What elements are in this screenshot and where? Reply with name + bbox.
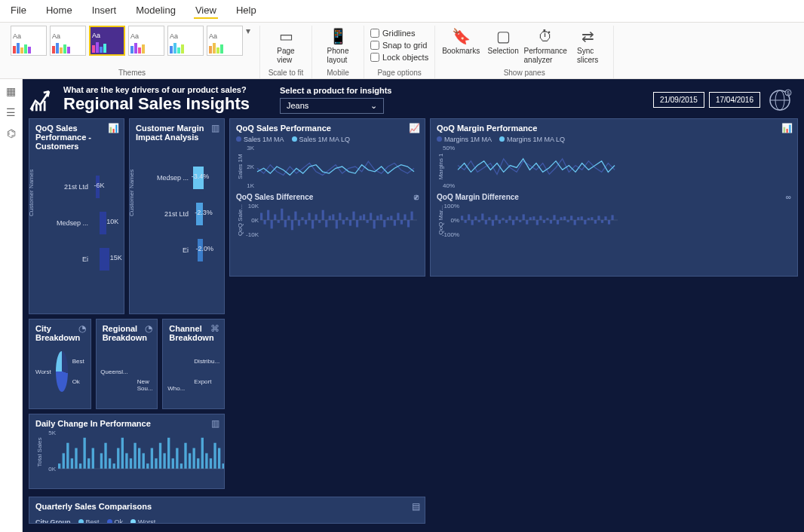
svg-rect-25 xyxy=(287,216,290,220)
selection-button[interactable]: ▢Selection xyxy=(483,26,523,56)
slicer-label: Select a product for insights xyxy=(280,86,392,95)
svg-rect-76 xyxy=(481,213,483,220)
ribbon-group-label: Themes xyxy=(118,67,146,78)
svg-rect-50 xyxy=(373,220,376,228)
svg-rect-91 xyxy=(532,216,535,220)
theme-swatch[interactable]: Aa xyxy=(50,26,86,56)
svg-rect-40 xyxy=(339,213,341,221)
svg-rect-32 xyxy=(311,220,314,228)
gridlines-checkbox[interactable]: Gridlines xyxy=(370,29,428,38)
svg-rect-61 xyxy=(410,212,413,220)
svg-rect-114 xyxy=(611,215,613,220)
tile-qoq-sales[interactable]: QoQ Sales Performance 📈 Sales 1M MASales… xyxy=(229,118,425,277)
sync-slicers-button[interactable]: ⇄Sync slicers xyxy=(568,26,607,65)
svg-rect-107 xyxy=(588,218,590,220)
sync-icon: ⇄ xyxy=(577,26,598,47)
svg-rect-55 xyxy=(390,216,392,220)
svg-rect-36 xyxy=(325,220,327,228)
scatter-icon: ▤ xyxy=(412,501,420,512)
svg-rect-111 xyxy=(601,220,603,223)
svg-rect-97 xyxy=(553,215,555,220)
svg-rect-43 xyxy=(349,220,351,226)
svg-rect-147 xyxy=(176,448,178,469)
report-view-icon[interactable]: ▦ xyxy=(4,84,19,99)
theme-more-dropdown[interactable]: ▾ xyxy=(246,26,253,36)
svg-rect-155 xyxy=(210,458,212,469)
svg-text:$: $ xyxy=(787,90,790,96)
svg-rect-57 xyxy=(397,213,399,221)
theme-swatch[interactable]: Aa xyxy=(128,26,164,56)
svg-rect-80 xyxy=(495,215,497,220)
svg-rect-101 xyxy=(567,220,569,222)
model-view-icon[interactable]: ⌬ xyxy=(4,126,19,141)
svg-rect-89 xyxy=(526,220,528,225)
svg-rect-143 xyxy=(159,443,161,469)
svg-text:1K: 1K xyxy=(247,182,254,188)
svg-rect-30 xyxy=(305,220,307,225)
perf-analyzer-button[interactable]: ⏱Performance analyzer xyxy=(526,26,565,65)
svg-rect-103 xyxy=(574,220,576,225)
line-chart-icon: 📈 xyxy=(409,123,420,133)
tile-title: QoQ Sales Performance xyxy=(236,124,419,133)
svg-text:2K: 2K xyxy=(247,164,254,170)
svg-rect-19 xyxy=(267,210,269,220)
theme-swatch-selected[interactable]: Aa xyxy=(89,26,125,56)
svg-text:QoQ Mar...: QoQ Mar... xyxy=(437,205,444,234)
theme-swatch[interactable]: Aa xyxy=(167,26,204,56)
menu-modeling[interactable]: Modeling xyxy=(134,3,177,19)
menu-home[interactable]: Home xyxy=(44,3,74,19)
menu-insert[interactable]: Insert xyxy=(91,3,118,19)
svg-rect-71 xyxy=(465,220,467,223)
svg-rect-109 xyxy=(594,220,597,224)
phone-layout-button[interactable]: 📱Phone layout xyxy=(318,26,358,65)
lock-checkbox[interactable]: Lock objects xyxy=(370,53,428,62)
svg-text:10K: 10K xyxy=(248,203,259,209)
tile-quarterly[interactable]: Quarterly Sales Comparisons ▤ City Group… xyxy=(29,497,425,524)
svg-rect-158 xyxy=(222,463,225,469)
tile-customers-sales[interactable]: QoQ Sales Performance - Customers 📊 Cust… xyxy=(29,118,124,314)
page-view-button[interactable]: ▭Page view xyxy=(266,26,305,65)
ribbon-group-label: Page options xyxy=(377,67,421,78)
tile-channel-breakdown[interactable]: Channel Breakdown ⌘ Who... Distribu...Ex… xyxy=(162,319,225,409)
svg-rect-92 xyxy=(536,220,539,225)
svg-rect-82 xyxy=(502,218,504,220)
data-view-icon[interactable]: ☰ xyxy=(4,105,19,120)
svg-rect-148 xyxy=(180,463,183,469)
svg-rect-3 xyxy=(44,101,46,112)
svg-text:Margins 1: Margins 1 xyxy=(437,153,444,180)
tile-daily-change[interactable]: Daily Change In Performance ▥ Total Sale… xyxy=(29,414,225,489)
svg-rect-102 xyxy=(570,216,572,220)
svg-rect-38 xyxy=(332,214,334,220)
product-slicer[interactable]: Jeans⌄ xyxy=(280,98,384,114)
theme-swatch[interactable]: Aa xyxy=(11,26,47,56)
menu-file[interactable]: File xyxy=(9,3,28,19)
svg-rect-99 xyxy=(560,217,562,220)
date-from[interactable]: 21/09/2015 xyxy=(653,92,704,108)
svg-text:Total Sales: Total Sales xyxy=(36,437,43,466)
svg-rect-133 xyxy=(117,448,119,469)
menubar: File Home Insert Modeling View Help xyxy=(0,0,804,22)
tile-city-breakdown[interactable]: City Breakdown ◔ Worst BestOk xyxy=(29,319,91,409)
ribbon-group-label: Show panes xyxy=(504,67,545,78)
tile-qoq-margin[interactable]: QoQ Margin Performance 📊 Margins 1M MAMa… xyxy=(430,118,798,277)
tile-title: QoQ Sales Performance - Customers xyxy=(35,124,118,151)
svg-rect-127 xyxy=(92,448,94,469)
svg-text:0K: 0K xyxy=(251,217,259,224)
menu-help[interactable]: Help xyxy=(235,3,258,19)
svg-rect-108 xyxy=(591,217,593,220)
bookmarks-button[interactable]: 🔖Bookmarks xyxy=(441,26,480,56)
svg-rect-154 xyxy=(205,453,207,469)
snap-checkbox[interactable]: Snap to grid xyxy=(370,41,428,50)
tile-regional-breakdown[interactable]: Regional Breakdown ◔ Queensl... New Sou.… xyxy=(96,319,158,409)
svg-rect-84 xyxy=(508,216,511,220)
svg-text:0%: 0% xyxy=(450,217,459,224)
tile-customers-margin[interactable]: Customer Margin Impact Analysis ▥ Custom… xyxy=(129,118,225,314)
bookmark-icon: 🔖 xyxy=(450,26,471,47)
globe-icon: $ xyxy=(766,87,793,114)
svg-rect-122 xyxy=(71,458,73,469)
svg-rect-152 xyxy=(197,458,199,469)
date-to[interactable]: 17/04/2016 xyxy=(709,92,760,108)
theme-swatch[interactable]: Aa xyxy=(207,26,243,56)
selection-icon: ▢ xyxy=(493,26,514,47)
menu-view[interactable]: View xyxy=(194,3,218,19)
